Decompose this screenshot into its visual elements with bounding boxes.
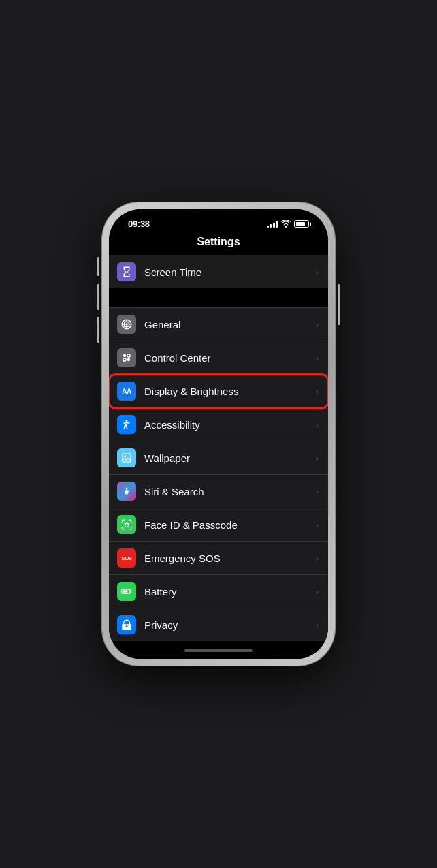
wallpaper-label: Wallpaper [144, 452, 316, 464]
wifi-icon [281, 220, 291, 228]
settings-item-battery[interactable]: Battery › [109, 575, 328, 608]
svg-point-16 [128, 523, 129, 525]
svg-line-6 [129, 326, 130, 328]
battery-chevron: › [316, 587, 319, 597]
settings-item-general[interactable]: General › [109, 307, 328, 341]
settings-list[interactable]: Screen Time › [109, 255, 328, 642]
settings-item-privacy[interactable]: Privacy › [109, 608, 328, 641]
privacy-chevron: › [316, 620, 319, 630]
settings-item-face-id[interactable]: Face ID & Passcode › [109, 508, 328, 542]
screen-time-label: Screen Time [144, 266, 316, 278]
svg-line-5 [124, 322, 125, 323]
settings-item-emergency-sos[interactable]: SOS Emergency SOS › [109, 542, 328, 575]
volume-up-button[interactable] [97, 284, 99, 310]
power-button[interactable] [338, 284, 340, 325]
settings-item-accessibility[interactable]: Accessibility › [109, 408, 328, 441]
siri-chevron: › [316, 486, 319, 497]
phone-frame: 09:38 [102, 202, 335, 666]
svg-rect-19 [123, 591, 128, 593]
siri-icon [117, 482, 136, 501]
svg-line-7 [129, 322, 130, 323]
signal-bar-1 [267, 226, 269, 228]
section-2: General › Control [109, 307, 328, 641]
sos-icon: SOS [117, 548, 136, 568]
settings-item-display-brightness[interactable]: AA Display & Brightness › [109, 375, 328, 408]
volume-down-button[interactable] [97, 317, 99, 343]
svg-point-14 [124, 455, 126, 457]
svg-point-12 [127, 358, 131, 362]
signal-bar-4 [276, 221, 278, 228]
home-bar [184, 649, 253, 652]
battery-settings-icon [117, 582, 136, 601]
general-icon [117, 315, 136, 334]
silent-button[interactable] [97, 257, 99, 276]
control-center-label: Control Center [144, 352, 316, 364]
signal-bar-3 [273, 223, 275, 228]
accessibility-icon [117, 415, 136, 434]
siri-label: Siri & Search [144, 486, 316, 497]
settings-item-control-center[interactable]: Control Center › [109, 341, 328, 375]
face-id-icon [117, 515, 136, 534]
svg-point-13 [126, 420, 128, 422]
status-time: 09:38 [128, 219, 150, 229]
svg-point-10 [127, 354, 131, 358]
settings-item-siri-search[interactable]: Siri & Search › [109, 475, 328, 508]
accessibility-label: Accessibility [144, 419, 316, 431]
svg-point-0 [126, 324, 128, 326]
battery-icon [294, 220, 309, 228]
screen-time-chevron: › [316, 267, 319, 277]
signal-bar-2 [270, 224, 272, 228]
sos-label: Emergency SOS [144, 553, 316, 564]
sos-text: SOS [121, 555, 131, 561]
face-id-chevron: › [316, 520, 319, 530]
sos-chevron: › [316, 553, 319, 563]
general-label: General [144, 319, 316, 330]
settings-item-wallpaper[interactable]: Wallpaper › [109, 441, 328, 475]
display-label: Display & Brightness [144, 386, 316, 397]
control-center-icon [117, 348, 136, 367]
wallpaper-chevron: › [316, 453, 319, 463]
privacy-label: Privacy [144, 619, 316, 631]
display-aa-text: AA [122, 388, 131, 395]
svg-line-8 [124, 326, 125, 328]
notch [174, 209, 263, 228]
status-icons [267, 220, 310, 228]
general-chevron: › [316, 320, 319, 330]
settings-item-screen-time[interactable]: Screen Time › [109, 255, 328, 288]
face-id-label: Face ID & Passcode [144, 519, 316, 531]
accessibility-chevron: › [316, 420, 319, 430]
screen-time-icon [117, 262, 136, 281]
phone-screen: 09:38 [109, 209, 328, 659]
battery-label: Battery [144, 586, 316, 598]
signal-icon [267, 221, 278, 228]
control-center-chevron: › [316, 353, 319, 363]
display-icon: AA [117, 382, 136, 401]
svg-point-11 [123, 358, 127, 362]
wallpaper-icon [117, 448, 136, 467]
battery-fill [296, 222, 306, 226]
section-1: Screen Time › [109, 255, 328, 288]
page-title: Settings [109, 233, 328, 255]
privacy-icon [117, 615, 136, 634]
screen-content: 09:38 [109, 209, 328, 659]
home-indicator[interactable] [109, 642, 328, 659]
svg-point-15 [125, 523, 126, 525]
svg-point-9 [123, 354, 127, 358]
display-chevron: › [316, 386, 319, 397]
